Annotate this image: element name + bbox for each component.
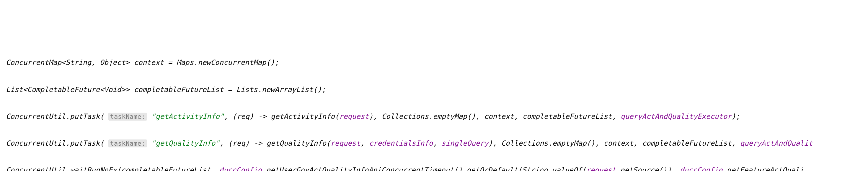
code-token [147,139,151,147]
parameter-ref: queryActAndQualit [740,139,813,147]
code-token: ( [582,166,586,171]
code-token: .getSource()), [616,166,680,171]
parameter-ref: request [330,139,360,147]
static-method: emptyMap [552,139,587,147]
code-token: (); [266,58,279,67]
parameter-ref: credentialsInfo [369,139,433,147]
code-token: ( [100,112,108,121]
static-method: emptyMap [433,112,467,121]
static-method: newConcurrentMap [198,58,266,67]
code-line-4: ConcurrentUtil.putTask( taskName: "getQu… [6,137,862,150]
code-line-3: ConcurrentUtil.putTask( taskName: "getAc… [6,110,862,124]
parameter-ref: request [339,112,369,121]
parameter-ref: request [586,166,616,171]
static-method: waitRunNoEx [70,166,117,171]
static-method: putTask [70,139,100,147]
code-token: , [361,139,369,147]
parameter-ref: queryActAndQualityExecutor [621,112,732,121]
static-method: putTask [70,112,100,121]
code-token: ), Collections. [369,112,433,121]
code-token: ( [100,139,108,147]
code-line-2: List<CompletableFuture<Void>> completabl… [6,83,862,97]
code-token: , (req) -> getQualityInfo( [220,139,331,147]
string-literal: "getActivityInfo" [151,112,224,121]
code-token: ConcurrentUtil. [6,166,70,171]
code-token: (), context, completableFutureList, [586,139,740,147]
static-method: valueOf [552,166,582,171]
static-method: newArrayList [262,86,313,94]
code-token: ), Collections. [488,139,552,147]
string-literal: "getQualityInfo" [151,139,219,147]
parameter-hint: taskName: [108,113,147,121]
code-token: , (req) -> getActivityInfo( [224,112,339,121]
parameter-ref: singleQuery [441,139,488,147]
code-line-5: ConcurrentUtil.waitRunNoEx(completableFu… [6,164,862,171]
parameter-ref: duccConfig [219,166,262,171]
code-token: .getFeatureActQuali [723,166,804,171]
code-token: List<CompletableFuture<Void>> completabl… [6,86,262,94]
code-line-1: ConcurrentMap<String, Object> context = … [6,56,862,70]
code-token: ); [732,112,740,121]
code-token: , [433,139,441,147]
code-token: (), context, completableFutureList, [467,112,621,121]
parameter-hint: taskName: [108,139,147,147]
code-token: ConcurrentUtil. [6,112,70,121]
code-token [147,112,151,121]
code-token: ConcurrentUtil. [6,139,70,147]
code-token: (); [313,86,326,94]
code-token: ConcurrentMap<String, Object> context = … [6,58,198,67]
code-token: (completableFutureList, [117,166,219,171]
parameter-ref: duccConfig [680,166,723,171]
code-token: .getUserGovActQualityInfoApiConcurrentTi… [262,166,552,171]
